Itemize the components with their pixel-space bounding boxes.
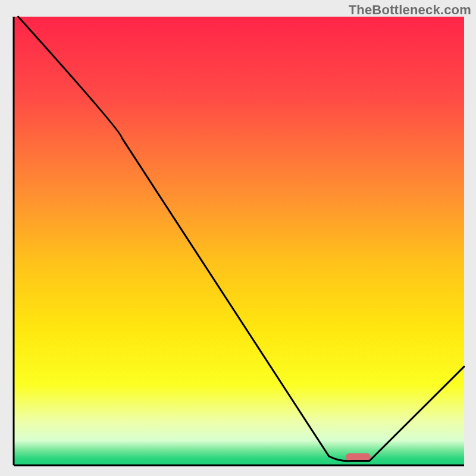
bottleneck-chart [0, 0, 476, 476]
plot-background [14, 17, 464, 465]
chart-stage: TheBottleneck.com [0, 0, 476, 476]
watermark-text: TheBottleneck.com [349, 2, 471, 18]
